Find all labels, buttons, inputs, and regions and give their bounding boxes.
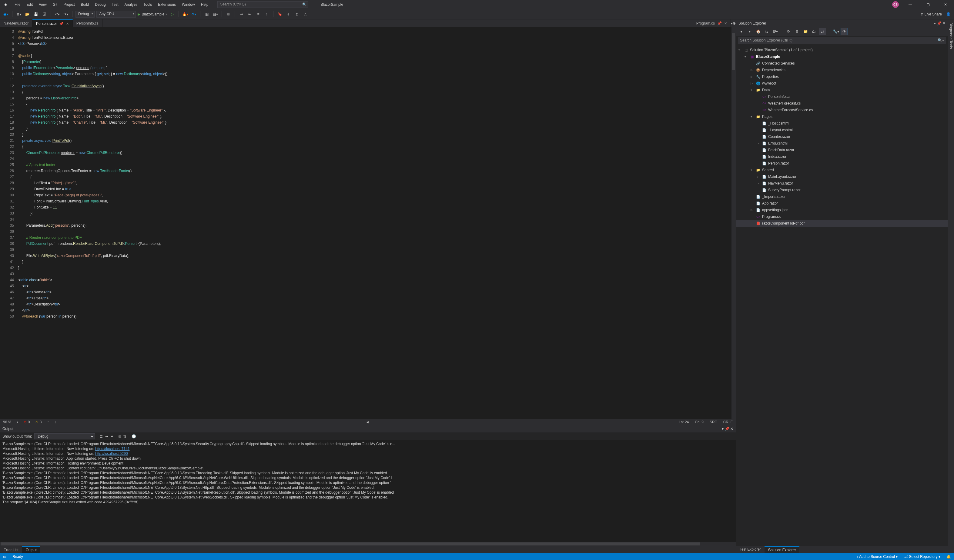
solution-tree[interactable]: ▾ ⬚ Solution 'BlazorSample' (1 of 1 proj… <box>736 45 948 546</box>
expand-icon[interactable]: ▾ <box>751 115 754 118</box>
minimize-button[interactable]: — <box>904 2 917 7</box>
sol-back-icon[interactable]: ◂ <box>738 28 745 35</box>
sol-properties-icon[interactable]: 🔧▾ <box>832 28 839 35</box>
tree-item[interactable]: ▾ 📁 Data <box>736 87 948 93</box>
tree-item[interactable]: ▷ 📄 MainLayout.razor <box>736 173 948 180</box>
close-button[interactable]: ✕ <box>940 2 952 7</box>
output-source-select[interactable]: Debug <box>34 433 95 439</box>
pin-icon[interactable]: 📌 <box>59 22 64 26</box>
output-t3-icon[interactable]: ⎚ <box>118 434 121 439</box>
save-icon[interactable]: 💾 <box>33 11 39 17</box>
t4-icon[interactable]: ⇥ <box>238 11 245 17</box>
menu-project[interactable]: Project <box>60 1 78 8</box>
home-icon[interactable]: 🏠 <box>755 28 762 35</box>
side-tab-diagnostic[interactable]: Diagnostic Tools <box>948 19 954 553</box>
expand-icon[interactable]: ▷ <box>751 75 754 78</box>
t6-icon[interactable]: ≡ <box>255 11 262 17</box>
menu-git[interactable]: Git <box>50 1 60 8</box>
tree-item[interactable]: C# WeatherForecast.cs <box>736 100 948 107</box>
tree-solution-root[interactable]: ▾ ⬚ Solution 'BlazorSample' (1 of 1 proj… <box>736 47 948 53</box>
output-t2-icon[interactable]: ⇥ <box>105 434 108 439</box>
tree-item[interactable]: 📄 Counter.razor <box>736 133 948 140</box>
expand-icon[interactable]: ▾ <box>739 48 742 51</box>
output-clear-icon[interactable]: 🗑 <box>123 434 127 439</box>
select-repository-button[interactable]: ⎇ Select Repository ▾ <box>904 555 940 559</box>
tree-item[interactable]: 📄 _Imports.razor <box>736 193 948 200</box>
zoom-level[interactable]: 96 % <box>3 420 11 424</box>
scrollbar-thumb[interactable] <box>732 33 735 70</box>
sol-preview-icon[interactable]: 👁 <box>841 28 848 35</box>
tab-add-icon[interactable]: ⊕ <box>733 21 736 25</box>
t7-icon[interactable]: ⁝ <box>263 11 270 17</box>
maximize-button[interactable]: ▢ <box>922 2 934 7</box>
tree-item[interactable]: 📄 FetchData.razor <box>736 147 948 153</box>
expand-icon[interactable]: ▷ <box>751 208 754 212</box>
expand-icon[interactable]: ▾ <box>745 55 748 58</box>
output-textarea[interactable]: 'BlazorSample.exe' (CoreCLR: clrhost): L… <box>0 440 736 542</box>
add-source-control-button[interactable]: ↑ Add to Source Control ▾ <box>856 555 898 559</box>
t10-icon[interactable]: ⎌ <box>302 11 309 17</box>
sol-collapse-icon[interactable]: ⊟ <box>793 28 800 35</box>
admin-icon[interactable]: 👤 <box>945 11 952 17</box>
user-avatar[interactable]: CB <box>892 1 899 8</box>
output-clock-icon[interactable]: 🕐 <box>132 434 136 439</box>
expand-icon[interactable]: ▷ <box>751 82 754 85</box>
tree-item[interactable]: 📄 _Host.cshtml <box>736 120 948 127</box>
tree-item[interactable]: ▷ 📄 Error.cshtml <box>736 140 948 147</box>
tree-item[interactable]: 📄 _Layout.cshtml <box>736 127 948 133</box>
panel-dropdown-icon[interactable]: ▾ <box>722 427 723 431</box>
hot-reload-icon[interactable]: 🔥▾ <box>182 11 189 17</box>
tree-item[interactable]: ▷ 📄 NavMenu.razor <box>736 180 948 187</box>
tree-item[interactable]: C# Program.cs <box>736 213 948 220</box>
t2-icon[interactable]: ▦▾ <box>212 11 218 17</box>
tab-error-list[interactable]: Error List <box>0 547 22 553</box>
tab-person[interactable]: Person.razor 📌 ✕ <box>33 19 73 27</box>
platform-select[interactable]: Any CPU <box>97 11 136 17</box>
tree-item[interactable]: 🔗 Connected Services <box>736 60 948 67</box>
pin-icon[interactable]: 📌 <box>717 21 722 25</box>
t9-icon[interactable]: ↥ <box>293 11 300 17</box>
start-nodebug-icon[interactable]: ▷ <box>169 11 176 17</box>
open-icon[interactable]: 📂 <box>24 11 31 17</box>
tab-program[interactable]: Program.cs 📌 ✕ <box>693 19 731 27</box>
sol-sync-icon[interactable]: ⇆ <box>763 28 770 35</box>
tree-item[interactable]: ▷ 📄 appsettings.json <box>736 207 948 213</box>
live-share-button[interactable]: ⇪ Live Share <box>920 12 942 16</box>
sol-t1-icon[interactable]: 🗂 <box>811 28 817 35</box>
vertical-scrollbar[interactable] <box>731 27 736 419</box>
tree-item[interactable]: 📕 razorComponentToPdf.pdf <box>736 220 948 227</box>
code-content[interactable]: @using IronPdf; @using IronPdf.Extension… <box>18 27 736 419</box>
tree-item[interactable]: ▷ 🔧 Properties <box>736 73 948 80</box>
expand-icon[interactable]: ▷ <box>751 68 754 72</box>
tab-test-explorer[interactable]: Test Explorer <box>736 546 765 553</box>
save-all-icon[interactable]: 🗄 <box>41 11 48 17</box>
sol-fwd-icon[interactable]: ▸ <box>746 28 753 35</box>
global-search-input[interactable]: Search (Ctrl+Q) 🔍 <box>217 1 308 8</box>
sol-close-icon[interactable]: ✕ <box>943 21 946 25</box>
output-t1-icon[interactable]: ≣ <box>100 434 103 439</box>
solution-search-input[interactable]: Search Solution Explorer (Ctrl+;) 🔍▾ <box>738 37 946 44</box>
menu-analyze[interactable]: Analyze <box>122 1 141 8</box>
tab-navmenu[interactable]: NavMenu.razor <box>0 19 33 27</box>
sol-showall-icon[interactable]: 📁 <box>802 28 809 35</box>
tree-item[interactable]: 📄 Person.razor <box>736 160 948 166</box>
tree-item[interactable]: ▷ 📦 Dependencies <box>736 67 948 73</box>
errors-count[interactable]: ⊘ 0 <box>23 420 30 424</box>
menu-build[interactable]: Build <box>78 1 92 8</box>
config-select[interactable]: Debug <box>75 11 95 17</box>
new-project-icon[interactable]: 🗎▾ <box>16 11 22 17</box>
expand-icon[interactable]: ▷ <box>757 175 760 178</box>
tree-item[interactable]: ▾ 📁 Shared <box>736 166 948 173</box>
sol-filter-icon[interactable]: 🗊▾ <box>772 28 778 35</box>
hscroll-thumb[interactable] <box>1 543 700 546</box>
sol-refresh-icon[interactable]: ⟳ <box>785 28 792 35</box>
tree-item[interactable]: C# WeatherForecastService.cs <box>736 107 948 114</box>
sol-t2-icon[interactable]: ⇄ <box>819 28 826 35</box>
tree-item[interactable]: 📄 SurveyPrompt.razor <box>736 187 948 193</box>
menu-extensions[interactable]: Extensions <box>155 1 179 8</box>
t8-icon[interactable]: ↧ <box>285 11 292 17</box>
tree-project[interactable]: ▾ ▣ BlazorSample <box>736 53 948 60</box>
tree-item[interactable]: 📄 App.razor <box>736 200 948 207</box>
menu-view[interactable]: View <box>36 1 50 8</box>
panel-close-icon[interactable]: ✕ <box>730 427 733 431</box>
